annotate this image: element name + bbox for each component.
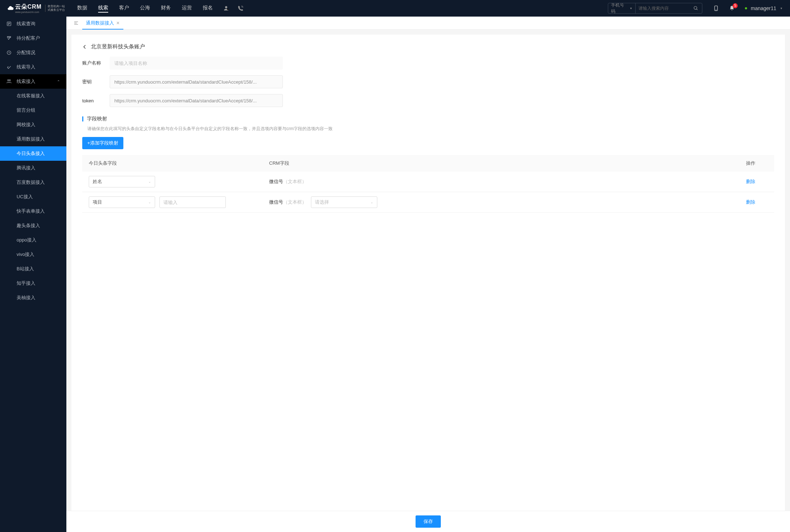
page-title: 北京昱新科技头条账户 bbox=[91, 43, 145, 50]
table-row: 姓名⌄微信号（文本框）删除 bbox=[82, 172, 774, 192]
sidebar: 线索查询待分配客户分配情况线索导入线索接入⌃在线客服接入留言分组网校接入通用数据… bbox=[0, 17, 66, 532]
footer-bar: 保存 bbox=[66, 511, 790, 532]
field-select[interactable]: 姓名⌄ bbox=[89, 176, 155, 187]
mapping-table: 今日头条字段 CRM字段 操作 姓名⌄微信号（文本框）删除项目⌄微信号（文本框）… bbox=[82, 155, 774, 213]
nav-item[interactable]: 运营 bbox=[182, 4, 192, 13]
search-button[interactable] bbox=[690, 3, 702, 13]
nav-item[interactable]: 财务 bbox=[161, 4, 171, 13]
cloud-icon bbox=[7, 5, 14, 12]
user-menu[interactable]: manager11 ▼ bbox=[745, 5, 786, 11]
section-title: 字段映射 bbox=[87, 116, 107, 122]
secret-input[interactable] bbox=[110, 75, 283, 88]
nav-item[interactable]: 线索 bbox=[98, 4, 108, 13]
user-add-icon[interactable]: + bbox=[223, 5, 229, 12]
svg-point-3 bbox=[694, 6, 697, 9]
sidebar-sub-item[interactable]: 网校接入 bbox=[0, 118, 66, 132]
search-group: 手机号码 ▼ bbox=[608, 3, 702, 14]
sidebar-item[interactable]: 线索查询 bbox=[0, 17, 66, 31]
svg-point-13 bbox=[9, 80, 10, 81]
account-label: 账户名称 bbox=[82, 60, 110, 66]
search-input[interactable] bbox=[636, 3, 690, 13]
top-header: 云朵CRM www.yunduocrm.com 教育机构一站 式服务云平台 数据… bbox=[0, 0, 790, 17]
nav-item[interactable]: 报名 bbox=[203, 4, 213, 13]
add-mapping-button[interactable]: +添加字段映射 bbox=[82, 137, 123, 149]
field-select[interactable]: 项目⌄ bbox=[89, 196, 155, 208]
bell-icon[interactable]: 5 bbox=[729, 5, 735, 11]
sidebar-item[interactable]: 分配情况 bbox=[0, 45, 66, 60]
logo-brand: 云朵CRM bbox=[15, 3, 41, 11]
sidebar-sub-item[interactable]: 美柚接入 bbox=[0, 291, 66, 305]
field-extra-input[interactable] bbox=[159, 196, 226, 208]
sidebar-icon bbox=[6, 21, 14, 26]
main-content: 通用数据接入✕ 北京昱新科技头条账户 账户名称 密钥 token 字段映射 请确… bbox=[66, 17, 790, 532]
chevron-left-icon bbox=[82, 44, 87, 49]
sidebar-sub-item[interactable]: 趣头条接入 bbox=[0, 218, 66, 233]
sidebar-icon bbox=[6, 65, 14, 70]
token-input[interactable] bbox=[110, 94, 283, 107]
sidebar-sub-item[interactable]: 通用数据接入 bbox=[0, 132, 66, 146]
logo-url: www.yunduocrm.com bbox=[15, 11, 41, 13]
secret-label: 密钥 bbox=[82, 79, 110, 85]
nav-item[interactable]: 公海 bbox=[140, 4, 150, 13]
svg-point-0 bbox=[225, 6, 227, 8]
sidebar-item[interactable]: 线索接入⌃ bbox=[0, 74, 66, 89]
section-bar bbox=[82, 116, 83, 121]
tab-close-icon[interactable]: ✕ bbox=[116, 21, 120, 26]
sidebar-sub-item[interactable]: 腾讯接入 bbox=[0, 161, 66, 175]
sidebar-sub-item[interactable]: oppo接入 bbox=[0, 233, 66, 247]
phone-icon[interactable] bbox=[237, 5, 244, 12]
token-label: token bbox=[82, 98, 110, 103]
nav-item[interactable]: 数据 bbox=[77, 4, 87, 13]
status-dot bbox=[745, 7, 747, 9]
breadcrumb: 北京昱新科技头条账户 bbox=[82, 42, 774, 57]
username: manager11 bbox=[751, 5, 776, 11]
chevron-down-icon: ⌄ bbox=[370, 200, 373, 204]
sidebar-item[interactable]: 线索导入 bbox=[0, 60, 66, 74]
sidebar-sub-item[interactable]: UC接入 bbox=[0, 190, 66, 204]
search-icon bbox=[693, 6, 698, 11]
sidebar-sub-item[interactable]: 知乎接入 bbox=[0, 276, 66, 291]
nav-item[interactable]: 客户 bbox=[119, 4, 129, 13]
svg-point-12 bbox=[8, 80, 9, 81]
sidebar-icon bbox=[6, 36, 14, 41]
sidebar-sub-item[interactable]: B站接入 bbox=[0, 262, 66, 276]
chevron-down-icon: ⌄ bbox=[148, 200, 151, 204]
chevron-down-icon: ⌄ bbox=[148, 180, 151, 183]
sidebar-icon bbox=[6, 50, 14, 55]
tab-toggle-icon[interactable] bbox=[70, 21, 82, 26]
sidebar-sub-item[interactable]: 快手表单接入 bbox=[0, 204, 66, 218]
tab-bar: 通用数据接入✕ bbox=[66, 17, 790, 30]
back-button[interactable] bbox=[82, 44, 89, 49]
logo: 云朵CRM www.yunduocrm.com 教育机构一站 式服务云平台 bbox=[0, 0, 66, 17]
sidebar-icon bbox=[6, 79, 14, 84]
sidebar-sub-item[interactable]: 百度数据接入 bbox=[0, 175, 66, 190]
main-nav: 数据线索客户公海财务运营报名 bbox=[77, 4, 213, 13]
crm-field-text: 微信号（文本框） bbox=[269, 199, 307, 205]
chevron-down-icon: ▼ bbox=[780, 7, 783, 10]
tab-item[interactable]: 通用数据接入✕ bbox=[82, 17, 123, 30]
crm-field-text: 微信号（文本框） bbox=[269, 178, 307, 185]
save-button[interactable]: 保存 bbox=[416, 515, 441, 528]
svg-text:+: + bbox=[227, 9, 228, 10]
col-header-crm: CRM字段 bbox=[269, 160, 746, 167]
chevron-icon: ⌃ bbox=[57, 80, 60, 84]
delete-button[interactable]: 删除 bbox=[746, 199, 755, 205]
table-row: 项目⌄微信号（文本框）请选择⌄删除 bbox=[82, 192, 774, 213]
sidebar-sub-item[interactable]: vivo接入 bbox=[0, 247, 66, 262]
sidebar-item[interactable]: 待分配客户 bbox=[0, 31, 66, 45]
mobile-icon[interactable] bbox=[713, 5, 719, 11]
crm-extra-select[interactable]: 请选择⌄ bbox=[311, 196, 377, 208]
notification-badge: 5 bbox=[733, 3, 738, 8]
sidebar-sub-item[interactable]: 今日头条接入 bbox=[0, 146, 66, 161]
col-header-toutiao: 今日头条字段 bbox=[89, 160, 269, 167]
account-input[interactable] bbox=[110, 57, 283, 70]
section-desc: 请确保您在此填写的头条自定义字段名称与在今日头条平台中自定义的字段名称一致，并且… bbox=[82, 122, 774, 137]
search-select[interactable]: 手机号码 ▼ bbox=[608, 3, 636, 13]
sidebar-sub-item[interactable]: 留言分组 bbox=[0, 103, 66, 118]
sidebar-sub-item[interactable]: 在线客服接入 bbox=[0, 89, 66, 103]
col-header-action: 操作 bbox=[746, 160, 768, 167]
svg-line-4 bbox=[697, 9, 698, 10]
delete-button[interactable]: 删除 bbox=[746, 179, 755, 184]
